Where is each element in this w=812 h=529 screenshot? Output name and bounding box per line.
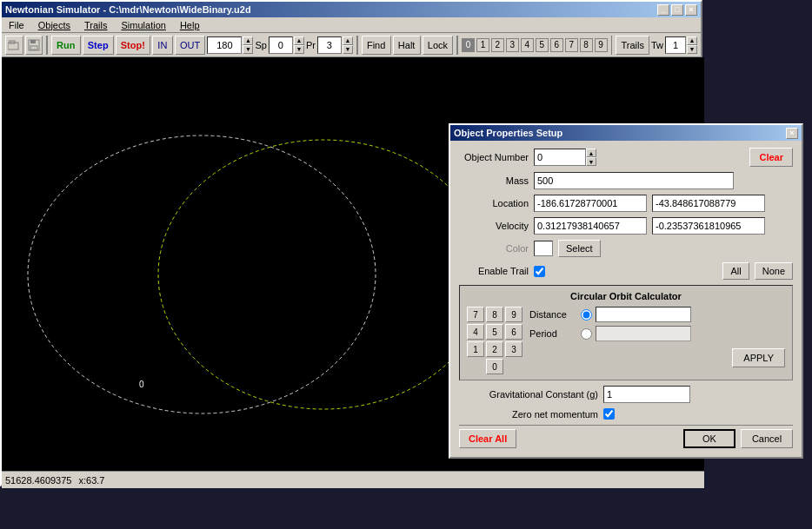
frame-spin-down[interactable]: ▼ <box>243 45 253 54</box>
num-btn-3[interactable]: 3 <box>506 38 519 52</box>
status-bar: 51628.4609375 x:63.7 <box>2 471 704 488</box>
distance-input[interactable] <box>596 307 691 322</box>
distance-radio[interactable] <box>581 309 592 321</box>
zero-momentum-row: Zero net momentum <box>459 408 793 420</box>
num-btn-0[interactable]: 0 <box>462 38 475 52</box>
calc-section: Circular Orbit Calculator 7 8 9 4 5 6 1 … <box>459 285 793 380</box>
zero-momentum-checkbox[interactable] <box>603 408 615 420</box>
pr-input-group: ▲ ▼ <box>317 36 353 54</box>
enable-trail-row: Enable Trail All None <box>459 262 793 280</box>
num-btn-2[interactable]: 2 <box>491 38 504 52</box>
ok-button[interactable]: OK <box>683 429 735 448</box>
calc-btn-3[interactable]: 3 <box>505 341 522 357</box>
calc-body: 7 8 9 4 5 6 1 2 3 0 Distance <box>467 307 785 374</box>
tw-spin-up[interactable]: ▲ <box>687 36 697 45</box>
tw-spinners: ▲ ▼ <box>687 36 697 54</box>
enable-trail-checkbox[interactable] <box>534 266 545 277</box>
calc-btn-7[interactable]: 7 <box>467 307 484 322</box>
num-btn-7[interactable]: 7 <box>565 38 578 52</box>
in-button[interactable]: IN <box>152 36 173 55</box>
dialog-close-button[interactable]: × <box>786 128 798 139</box>
location-y-input[interactable] <box>652 195 765 212</box>
calc-btn-9[interactable]: 9 <box>505 307 522 322</box>
zero-momentum-label: Zero net momentum <box>459 409 598 420</box>
num-btn-8[interactable]: 8 <box>580 38 593 52</box>
main-title-bar: Newtonian Simulator - C:\mdr\Newton\Wide… <box>2 2 701 17</box>
grav-row: Gravitational Constant (g) <box>459 386 793 403</box>
halt-button[interactable]: Halt <box>393 36 421 55</box>
main-window-controls: _ □ × <box>657 4 697 16</box>
calc-btn-6[interactable]: 6 <box>505 324 522 340</box>
main-window-title: Newtonian Simulator - C:\mdr\Newton\Wide… <box>5 4 251 15</box>
sp-spin-down[interactable]: ▼ <box>294 45 304 54</box>
velocity-row: Velocity <box>459 217 793 235</box>
sp-input[interactable] <box>269 36 293 54</box>
step-button[interactable]: Step <box>83 36 114 55</box>
save-button[interactable] <box>25 36 43 55</box>
frame-spin-up[interactable]: ▲ <box>243 36 253 45</box>
object-number-spin-up[interactable]: ▲ <box>586 149 596 157</box>
clear-button[interactable]: Clear <box>749 148 793 167</box>
maximize-button[interactable]: □ <box>671 4 683 16</box>
menu-file[interactable]: File <box>5 19 28 31</box>
velocity-label: Velocity <box>459 221 529 231</box>
svg-point-6 <box>158 140 489 409</box>
close-button[interactable]: × <box>685 4 697 16</box>
calc-btn-2[interactable]: 2 <box>486 341 503 357</box>
period-radio-row: Period <box>529 326 785 341</box>
period-input[interactable] <box>596 326 691 341</box>
none-button[interactable]: None <box>755 262 793 280</box>
grav-input[interactable] <box>603 386 690 403</box>
trails-button[interactable]: Trails <box>616 36 649 55</box>
pr-spin-up[interactable]: ▲ <box>343 36 353 45</box>
calc-btn-8[interactable]: 8 <box>486 307 503 322</box>
num-btn-4[interactable]: 4 <box>521 38 534 52</box>
open-button[interactable] <box>5 36 23 55</box>
velocity-x-input[interactable] <box>534 217 647 235</box>
frame-input[interactable] <box>207 36 242 54</box>
cancel-button[interactable]: Cancel <box>741 429 793 448</box>
object-number-input[interactable] <box>534 149 586 166</box>
clear-all-button[interactable]: Clear All <box>459 429 516 448</box>
velocity-y-input[interactable] <box>652 217 765 235</box>
num-btn-5[interactable]: 5 <box>536 38 549 52</box>
menu-objects[interactable]: Objects <box>35 19 74 31</box>
period-radio[interactable] <box>581 328 592 340</box>
apply-button[interactable]: APPLY <box>732 348 785 367</box>
distance-radio-row: Distance <box>529 307 785 322</box>
find-button[interactable]: Find <box>362 36 391 55</box>
grav-label: Gravitational Constant (g) <box>459 389 598 400</box>
tw-input[interactable] <box>665 36 686 54</box>
calc-btn-4[interactable]: 4 <box>467 324 484 340</box>
all-button[interactable]: All <box>722 262 749 280</box>
menu-trails[interactable]: Trails <box>81 19 110 31</box>
toolbar-separator-2 <box>356 36 358 55</box>
pr-input[interactable] <box>317 36 342 54</box>
calc-btn-0[interactable]: 0 <box>486 359 503 374</box>
out-button[interactable]: OUT <box>175 36 206 55</box>
object-number-spin-down[interactable]: ▼ <box>586 157 596 166</box>
sp-spinners: ▲ ▼ <box>294 36 304 54</box>
num-btn-6[interactable]: 6 <box>550 38 563 52</box>
calc-btn-5[interactable]: 5 <box>486 324 503 340</box>
num-btn-9[interactable]: 9 <box>595 38 608 52</box>
menu-help[interactable]: Help <box>176 19 203 31</box>
sp-spin-up[interactable]: ▲ <box>294 36 304 45</box>
calc-btn-1[interactable]: 1 <box>467 341 484 357</box>
svg-rect-3 <box>30 40 36 43</box>
minimize-button[interactable]: _ <box>657 4 669 16</box>
lock-button[interactable]: Lock <box>423 36 454 55</box>
toolbar-separator-3 <box>456 36 458 55</box>
tw-spin-down[interactable]: ▼ <box>687 45 697 54</box>
num-btn-1[interactable]: 1 <box>476 38 489 52</box>
pr-spin-down[interactable]: ▼ <box>343 45 353 54</box>
color-swatch <box>534 241 553 256</box>
stop-button[interactable]: Stop! <box>116 36 150 55</box>
run-button[interactable]: Run <box>51 36 81 55</box>
menu-simulation[interactable]: Simulation <box>118 19 170 31</box>
status-coords-right: x:63.7 <box>78 475 104 486</box>
select-color-button[interactable]: Select <box>558 240 601 257</box>
mass-input[interactable] <box>534 172 734 189</box>
location-x-input[interactable] <box>534 195 647 212</box>
mass-row: Mass <box>459 172 793 189</box>
